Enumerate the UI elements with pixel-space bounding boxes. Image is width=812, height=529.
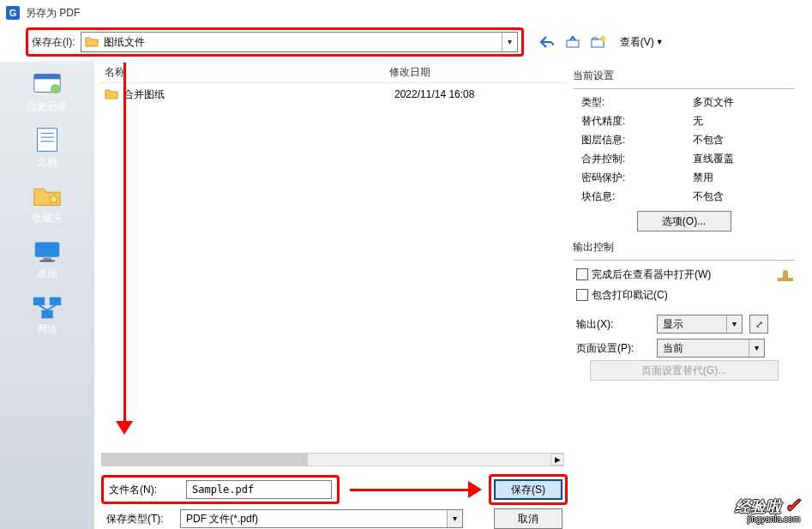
watermark: 经验啦✓ jingyanla.com xyxy=(735,496,800,524)
sidebar-item-label: 历史记录 xyxy=(27,99,68,114)
setting-key: 图层信息: xyxy=(573,133,693,147)
view-label: 查看(V) xyxy=(620,35,654,50)
desktop-icon xyxy=(31,237,63,265)
new-folder-button[interactable] xyxy=(589,33,608,51)
output-select[interactable]: 显示▾ xyxy=(657,315,743,334)
filename-input[interactable] xyxy=(186,480,332,499)
app-icon: G xyxy=(5,5,21,21)
list-item[interactable]: 合并图纸 2022/11/14 16:08 xyxy=(98,83,568,105)
svg-rect-17 xyxy=(41,310,52,319)
file-name: 合并图纸 xyxy=(123,87,394,102)
svg-rect-13 xyxy=(43,258,51,261)
svg-rect-15 xyxy=(33,298,45,306)
svg-text:G: G xyxy=(9,8,17,18)
svg-point-7 xyxy=(51,84,60,93)
sidebar-item-history[interactable]: 历史记录 xyxy=(0,67,94,121)
places-sidebar: 历史记录 文档 收藏夹 桌面 网络 xyxy=(0,62,94,529)
document-icon xyxy=(31,126,63,153)
sidebar-item-network[interactable]: 网络 xyxy=(0,290,94,344)
back-button[interactable] xyxy=(538,33,556,51)
setting-value: 禁用 xyxy=(693,171,795,185)
annotation-arrow-horizontal xyxy=(350,489,478,491)
sidebar-item-label: 文档 xyxy=(37,155,57,170)
filetype-combo[interactable]: PDF 文件(*.pdf) ▾ xyxy=(180,509,463,528)
svg-line-19 xyxy=(47,305,56,310)
checkbox-label: 完成后在查看器中打开(W) xyxy=(592,268,711,282)
watermark-sub: jingyanla.com xyxy=(748,515,800,524)
file-list[interactable]: 名称 修改日期 合并图纸 2022/11/14 16:08 ▶ xyxy=(98,62,568,466)
setting-value: 多页文件 xyxy=(693,95,795,110)
view-menu[interactable]: 查看(V)▼ xyxy=(620,35,664,50)
chevron-down-icon[interactable]: ▾ xyxy=(447,510,462,527)
filetype-value: PDF 文件(*.pdf) xyxy=(186,512,258,526)
setting-value: 直线覆盖 xyxy=(693,152,795,166)
save-in-combo[interactable]: 图纸文件 ▾ xyxy=(81,32,518,52)
chevron-down-icon[interactable]: ▾ xyxy=(502,33,517,51)
output-label: 输出(X): xyxy=(573,317,650,332)
output-value: 显示 xyxy=(663,317,683,332)
page-setup-value: 当前 xyxy=(663,341,683,356)
window-title: 另存为 PDF xyxy=(26,6,80,21)
checkbox-open-after[interactable] xyxy=(576,268,588,280)
svg-rect-16 xyxy=(50,298,61,306)
up-one-level-button[interactable] xyxy=(563,33,582,51)
svg-rect-12 xyxy=(35,243,60,257)
sidebar-item-documents[interactable]: 文档 xyxy=(0,123,94,177)
network-icon xyxy=(31,293,63,321)
highlight-filename: 文件名(N): xyxy=(101,475,340,504)
setting-value: 无 xyxy=(693,114,795,129)
sidebar-item-label: 网络 xyxy=(37,322,57,337)
stamp-icon xyxy=(776,265,795,284)
sidebar-item-label: 桌面 xyxy=(37,267,57,281)
folder-icon xyxy=(85,35,99,49)
horizontal-scrollbar[interactable]: ▶ xyxy=(101,453,564,466)
page-setup-select[interactable]: 当前▾ xyxy=(657,339,765,358)
svg-rect-6 xyxy=(34,75,60,80)
svg-rect-8 xyxy=(38,129,57,152)
setting-key: 替代精度: xyxy=(573,114,693,129)
setting-key: 块信息: xyxy=(573,189,693,204)
highlight-save-button: 保存(S) xyxy=(489,474,568,505)
filetype-label: 保存类型(T): xyxy=(106,512,175,526)
file-date: 2022/11/14 16:08 xyxy=(394,88,474,100)
output-browse-button[interactable]: ⤢ xyxy=(749,315,768,334)
sidebar-item-favorites[interactable]: 收藏夹 xyxy=(0,178,94,232)
setting-key: 密码保护: xyxy=(573,171,693,185)
sidebar-item-label: 收藏夹 xyxy=(32,211,63,225)
favorites-icon xyxy=(31,182,63,209)
svg-rect-20 xyxy=(778,278,793,281)
check-icon: ✓ xyxy=(785,495,800,516)
svg-line-18 xyxy=(39,305,48,310)
setting-key: 类型: xyxy=(573,95,693,110)
output-control-title: 输出控制 xyxy=(573,240,795,255)
sidebar-item-desktop[interactable]: 桌面 xyxy=(0,234,94,288)
checkbox-include-stamp[interactable] xyxy=(576,289,588,301)
setting-key: 合并控制: xyxy=(573,152,693,166)
setting-value: 不包含 xyxy=(693,189,795,204)
chevron-down-icon: ▼ xyxy=(656,38,664,46)
chevron-down-icon[interactable]: ▾ xyxy=(726,316,742,333)
options-button[interactable]: 选项(O)... xyxy=(637,211,731,231)
filename-label: 文件名(N): xyxy=(109,483,177,497)
current-settings-title: 当前设置 xyxy=(573,69,795,83)
svg-rect-14 xyxy=(39,260,54,261)
highlight-save-in: 保存在(I): 图纸文件 ▾ xyxy=(26,27,524,57)
svg-point-4 xyxy=(600,36,605,41)
svg-rect-2 xyxy=(567,40,579,47)
setting-value: 不包含 xyxy=(693,133,795,147)
chevron-down-icon[interactable]: ▾ xyxy=(749,340,764,357)
watermark-text: 经验啦 xyxy=(735,498,781,515)
page-setup-label: 页面设置(P): xyxy=(573,341,650,356)
column-header-name[interactable]: 名称 xyxy=(98,65,389,80)
folder-icon xyxy=(105,87,118,101)
save-in-value: 图纸文件 xyxy=(104,35,514,50)
save-in-label: 保存在(I): xyxy=(32,35,75,50)
save-button[interactable]: 保存(S) xyxy=(494,479,562,500)
checkbox-label: 包含打印戳记(C) xyxy=(592,288,668,303)
page-setup-override-button: 页面设置替代(G)... xyxy=(590,360,779,381)
annotation-arrow-vertical xyxy=(123,63,126,431)
cancel-button[interactable]: 取消 xyxy=(494,508,562,529)
history-icon xyxy=(31,70,63,98)
column-header-date[interactable]: 修改日期 xyxy=(389,65,561,80)
